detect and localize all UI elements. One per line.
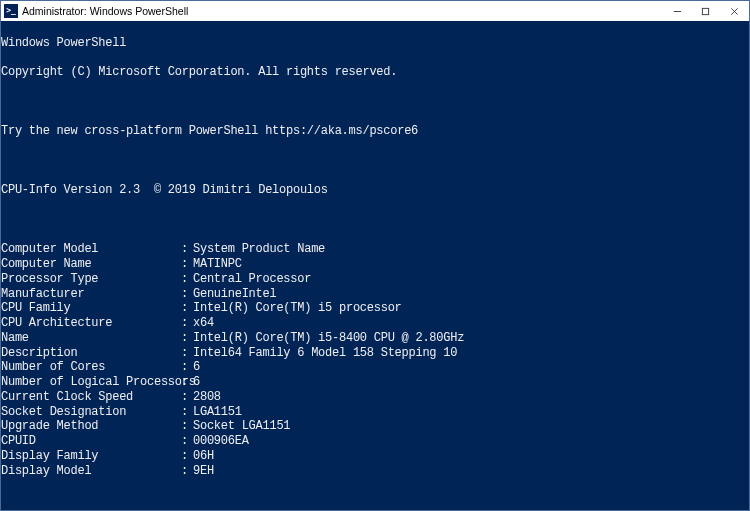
info-value: 06H xyxy=(193,449,214,464)
colon: : xyxy=(181,331,193,346)
info-label: Upgrade Method xyxy=(1,419,181,434)
info-label: Processor Type xyxy=(1,272,181,287)
info-row: Socket Designation:LGA1151 xyxy=(1,405,749,420)
info-value: Central Processor xyxy=(193,272,311,287)
blank-line xyxy=(1,95,749,110)
colon: : xyxy=(181,346,193,361)
colon: : xyxy=(181,257,193,272)
info-row: Display Model:9EH xyxy=(1,464,749,479)
info-label: Number of Logical Processors xyxy=(1,375,181,390)
info-label: Display Model xyxy=(1,464,181,479)
svg-rect-1 xyxy=(702,8,708,14)
info-row: Description:Intel64 Family 6 Model 158 S… xyxy=(1,346,749,361)
info-row: Current Clock Speed:2808 xyxy=(1,390,749,405)
info-value: System Product Name xyxy=(193,242,325,257)
blank-line xyxy=(1,213,749,228)
info-value: Intel64 Family 6 Model 158 Stepping 10 xyxy=(193,346,457,361)
terminal-output[interactable]: Windows PowerShell Copyright (C) Microso… xyxy=(1,21,749,510)
powershell-icon: >_ xyxy=(4,4,18,18)
info-label: CPU Architecture xyxy=(1,316,181,331)
info-label: CPU Family xyxy=(1,301,181,316)
info-value: x64 xyxy=(193,316,214,331)
info-value: MATINPC xyxy=(193,257,242,272)
window-controls xyxy=(663,1,749,21)
header-line: Windows PowerShell xyxy=(1,36,749,51)
colon: : xyxy=(181,419,193,434)
colon: : xyxy=(181,375,193,390)
colon: : xyxy=(181,272,193,287)
info-label: Socket Designation xyxy=(1,405,181,420)
info-label: CPUID xyxy=(1,434,181,449)
powershell-window: >_ Administrator: Windows PowerShell Win… xyxy=(0,0,750,511)
info-label: Name xyxy=(1,331,181,346)
info-label: Description xyxy=(1,346,181,361)
info-value: 6 xyxy=(193,375,200,390)
info-value: 2808 xyxy=(193,390,221,405)
info-label: Number of Cores xyxy=(1,360,181,375)
info-value: Socket LGA1151 xyxy=(193,419,290,434)
info-row: Manufacturer:GenuineIntel xyxy=(1,287,749,302)
colon: : xyxy=(181,242,193,257)
close-button[interactable] xyxy=(719,1,749,21)
colon: : xyxy=(181,360,193,375)
info-row: Number of Cores:6 xyxy=(1,360,749,375)
header-line: Try the new cross-platform PowerShell ht… xyxy=(1,124,749,139)
info-label: Current Clock Speed xyxy=(1,390,181,405)
colon: : xyxy=(181,390,193,405)
window-title: Administrator: Windows PowerShell xyxy=(22,5,663,17)
blank-line xyxy=(1,493,749,508)
colon: : xyxy=(181,434,193,449)
info-row: Display Family:06H xyxy=(1,449,749,464)
colon: : xyxy=(181,464,193,479)
colon: : xyxy=(181,449,193,464)
info-row: Name:Intel(R) Core(TM) i5-8400 CPU @ 2.8… xyxy=(1,331,749,346)
minimize-button[interactable] xyxy=(663,1,691,21)
banner-line: CPU-Info Version 2.3 © 2019 Dimitri Delo… xyxy=(1,183,749,198)
info-row: CPUID:000906EA xyxy=(1,434,749,449)
titlebar[interactable]: >_ Administrator: Windows PowerShell xyxy=(1,1,749,21)
info-value: Intel(R) Core(TM) i5 processor xyxy=(193,301,402,316)
info-row: Number of Logical Processors:6 xyxy=(1,375,749,390)
colon: : xyxy=(181,287,193,302)
info-row: Computer Name:MATINPC xyxy=(1,257,749,272)
info-row: Computer Model:System Product Name xyxy=(1,242,749,257)
blank-line xyxy=(1,154,749,169)
maximize-button[interactable] xyxy=(691,1,719,21)
info-row: Upgrade Method:Socket LGA1151 xyxy=(1,419,749,434)
colon: : xyxy=(181,301,193,316)
info-label: Manufacturer xyxy=(1,287,181,302)
info-value: 6 xyxy=(193,360,200,375)
colon: : xyxy=(181,316,193,331)
info-value: 9EH xyxy=(193,464,214,479)
info-label: Computer Model xyxy=(1,242,181,257)
info-row: CPU Family:Intel(R) Core(TM) i5 processo… xyxy=(1,301,749,316)
info-value: LGA1151 xyxy=(193,405,242,420)
info-value: Intel(R) Core(TM) i5-8400 CPU @ 2.80GHz xyxy=(193,331,464,346)
colon: : xyxy=(181,405,193,420)
info-label: Display Family xyxy=(1,449,181,464)
header-line: Copyright (C) Microsoft Corporation. All… xyxy=(1,65,749,80)
info-label: Computer Name xyxy=(1,257,181,272)
info-row: CPU Architecture:x64 xyxy=(1,316,749,331)
info-row: Processor Type:Central Processor xyxy=(1,272,749,287)
info-value: 000906EA xyxy=(193,434,249,449)
info-value: GenuineIntel xyxy=(193,287,276,302)
